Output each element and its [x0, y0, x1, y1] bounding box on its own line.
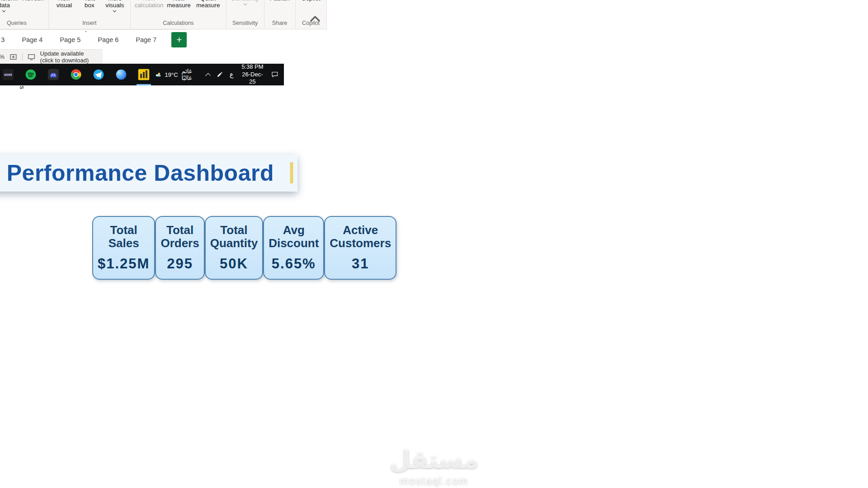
watermark-domain: mostaql.com — [389, 475, 479, 487]
taskbar-app-telegram[interactable] — [87, 64, 110, 85]
kpi-card-total-quantity[interactable]: Total Quantity50K — [205, 216, 263, 280]
ribbon-group-calculations: fxNew calculationNew measureQuick measur… — [131, 0, 226, 29]
ribbon-group-sensitivity: SensitivitySensitivity — [226, 0, 264, 29]
ribbon-groups: PasteCutCopyFormat painterClipboardGet d… — [0, 0, 327, 29]
ribbon-text-box-button[interactable]: AText box — [77, 0, 102, 9]
dashboard-title: Business Performance Dashboard — [0, 160, 274, 186]
weather-icon — [155, 71, 161, 79]
ribbon-transform-data-button[interactable]: Transform data — [0, 0, 20, 14]
pagesbar: ‹ › Page 1Page 2Page 3Page 4Page 5Page 6… — [0, 29, 187, 49]
taskbar-app-discord[interactable] — [42, 64, 65, 85]
telegram-icon — [92, 68, 105, 81]
kpi-title: Total Orders — [160, 224, 199, 250]
page-tab-7[interactable]: Page 7 — [127, 30, 165, 49]
powerbi-icon — [137, 68, 150, 81]
spotify-icon — [24, 68, 37, 81]
notifications-icon[interactable] — [271, 70, 278, 79]
chevron-down-icon — [113, 10, 117, 13]
page-tab-5[interactable]: Page 5 — [51, 30, 89, 49]
svg-text:M365: M365 — [4, 73, 12, 76]
pen-icon[interactable] — [217, 71, 223, 78]
watermark: مستقل mostaql.com — [389, 446, 479, 487]
ribbon-quick-measure-button[interactable]: Quick measure — [193, 0, 223, 9]
ribbon-group-share: PublishShare — [264, 0, 296, 29]
taskbar-app-chrome[interactable] — [65, 64, 87, 85]
update-banner[interactable]: Update available (click to download) — [40, 50, 97, 64]
weather-widget[interactable]: 19°C غائم غالبًا — [155, 68, 199, 81]
page-tab-4[interactable]: Page 4 — [13, 30, 51, 49]
kpi-value: $1.25M — [98, 256, 150, 272]
ribbon-publish-button[interactable]: Publish — [268, 0, 292, 3]
new-page-button[interactable]: + — [171, 32, 187, 47]
zoom-level: 83% — [0, 53, 5, 60]
chevron-down-icon — [243, 3, 247, 6]
ribbon-group-label: Sensitivity — [230, 19, 261, 28]
ribbon-more-visuals-button[interactable]: More visuals — [103, 0, 127, 14]
ribbon-refresh-button[interactable]: Refresh — [21, 0, 45, 3]
kpi-title: Total Quantity — [210, 224, 258, 250]
banner-handle — [290, 162, 293, 183]
discord-icon — [47, 68, 60, 81]
kpi-card-avg-discount[interactable]: Avg Discount5.65% — [263, 216, 324, 280]
chevron-down-icon — [2, 10, 6, 13]
divider — [22, 53, 23, 61]
page-tabs: Page 1Page 2Page 3Page 4Page 5Page 6Page… — [0, 30, 165, 49]
kpi-title: Avg Discount — [269, 224, 319, 250]
m365-icon: M365 — [2, 68, 14, 81]
kpi-value: 5.65% — [272, 256, 316, 272]
page-tab-6[interactable]: Page 6 — [89, 30, 127, 49]
ribbon-group-queries: Transform dataRefreshQueries — [0, 0, 49, 29]
ribbon-group-insert: New visualAText boxMore visualsInsert — [49, 0, 131, 29]
taskbar: Type here to search M365 19°C غائم غالبً… — [0, 64, 284, 85]
statusbar: Page 1 of 7 − + 83% Update available (cl… — [0, 49, 103, 64]
ribbon-group-label: Insert — [52, 19, 127, 28]
ribbon-group-label: Share — [268, 19, 292, 28]
taskbar-app-powerbi[interactable] — [132, 64, 155, 85]
kpi-title: Total Sales — [98, 224, 150, 250]
taskbar-app-m365[interactable]: M365 — [0, 64, 19, 85]
collapse-ribbon-icon[interactable] — [309, 13, 321, 25]
kpi-card-total-orders[interactable]: Total Orders295 — [155, 216, 204, 280]
weather-desc: غائم غالبًا — [182, 68, 199, 81]
clock-date: 26-Dec-25 — [241, 71, 264, 86]
kpi-value: 31 — [352, 256, 369, 272]
kpi-card-total-sales[interactable]: Total Sales$1.25M — [92, 216, 155, 280]
weather-temp: 19°C — [165, 71, 178, 78]
update-icon — [28, 51, 35, 63]
ribbon-sensitivity-button: Sensitivity — [230, 0, 261, 7]
language-indicator[interactable]: ع — [230, 70, 234, 79]
hidden-icons-chevron-icon[interactable] — [205, 73, 211, 78]
kpi-card-active-customers[interactable]: Active Customers31 — [324, 216, 396, 280]
dashboard-title-visual[interactable]: Business Performance Dashboard — [0, 155, 297, 192]
fit-to-page-icon[interactable] — [9, 51, 17, 63]
ribbon-copilot-button[interactable]: Copilot — [299, 0, 323, 3]
ribbon-group-label: Queries — [0, 19, 45, 28]
chrome-icon — [70, 68, 82, 81]
kpi-value: 50K — [220, 256, 248, 272]
ribbon: PasteCutCopyFormat painterClipboardGet d… — [0, 0, 327, 29]
taskbar-app-cortana[interactable] — [110, 64, 132, 85]
taskbar-app-spotify[interactable] — [19, 64, 42, 85]
ribbon-new-measure-button[interactable]: New measure — [165, 0, 192, 9]
ribbon-new-visual-button[interactable]: New visual — [52, 0, 76, 9]
ribbon-new-calculation-button: fxNew calculation — [134, 0, 164, 9]
page-tab-3[interactable]: Page 3 — [0, 30, 13, 49]
cortana-icon — [115, 68, 127, 81]
ribbon-group-label: Calculations — [134, 19, 223, 28]
watermark-arabic: مستقل — [389, 446, 479, 474]
kpi-value: 295 — [167, 256, 193, 272]
clock-time: 5:38 PM — [241, 63, 264, 71]
system-tray: 19°C غائم غالبًا ع 5:38 PM 26-Dec-25 — [155, 63, 284, 86]
powerbi-window: Final_Project • Last saved: 12/11/2025 a… — [0, 0, 23, 22]
taskbar-apps: M365 — [0, 64, 155, 85]
clock[interactable]: 5:38 PM 26-Dec-25 — [241, 63, 264, 86]
kpi-title: Active Customers — [330, 224, 391, 250]
